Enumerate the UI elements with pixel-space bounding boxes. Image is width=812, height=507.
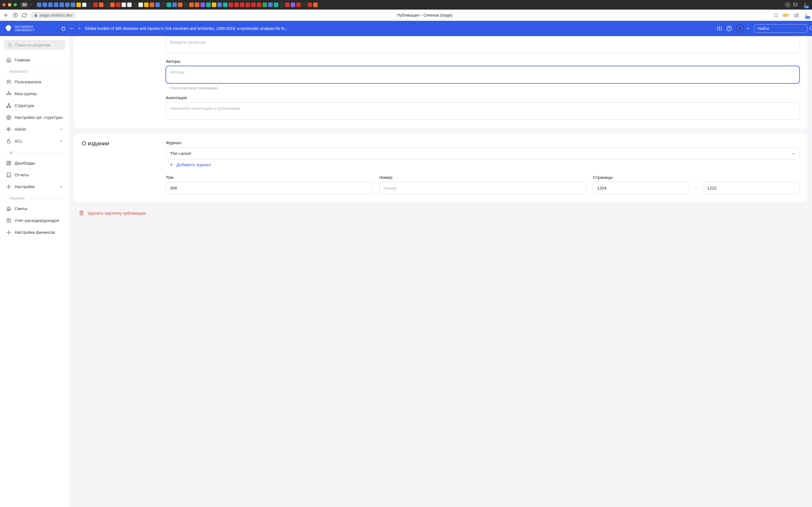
lock-icon: [6, 138, 11, 144]
more-icon[interactable]: [69, 26, 74, 31]
pages-from-input[interactable]: [593, 182, 690, 194]
tab-favicon[interactable]: [121, 3, 126, 7]
sidebar-item-admin[interactable]: Admin: [4, 124, 65, 135]
tab-favicon[interactable]: [206, 3, 211, 7]
back-button[interactable]: [3, 12, 9, 18]
sidebar-item-estimates[interactable]: Сметы: [4, 203, 65, 214]
tab-favicon[interactable]: [257, 3, 261, 7]
annotation-input[interactable]: [166, 102, 800, 120]
tab-favicon[interactable]: [167, 3, 171, 7]
help-icon[interactable]: [726, 25, 732, 31]
sidebar-item-acl[interactable]: ACL: [4, 136, 65, 147]
bookmark-icon[interactable]: [774, 13, 778, 17]
tab-favicon[interactable]: [200, 3, 205, 7]
settings-icon[interactable]: [717, 25, 722, 31]
pages-to-input[interactable]: [703, 182, 800, 194]
tab-favicon[interactable]: [93, 3, 98, 7]
tab-favicon[interactable]: [54, 3, 58, 7]
authors-input[interactable]: [166, 66, 800, 83]
breadcrumb-title[interactable]: Global burden of 369 diseases and injuri…: [85, 26, 713, 31]
tab-favicon[interactable]: [229, 3, 233, 7]
tab-favicon[interactable]: [77, 3, 81, 7]
tab-favicon[interactable]: [133, 3, 137, 7]
minimize-window-button[interactable]: [8, 3, 11, 6]
tab-favicon[interactable]: [127, 3, 132, 7]
tab-favicon[interactable]: [308, 3, 312, 7]
sidebar-item-org-settings[interactable]: Настройки орг. структуры: [4, 112, 65, 123]
sidebar-item-home[interactable]: Главная: [4, 55, 65, 65]
issue-input[interactable]: [379, 182, 586, 194]
add-journal-button[interactable]: Добавить журнал: [166, 159, 214, 170]
url-field[interactable]: stage.smartics.dev: [31, 12, 76, 18]
tab-favicon[interactable]: [139, 3, 143, 7]
sidebar-item-reports[interactable]: Отчеты: [4, 170, 65, 180]
tab-favicon[interactable]: [184, 3, 188, 7]
new-tab-button[interactable]: +: [784, 1, 791, 8]
tab-favicon[interactable]: [178, 3, 183, 7]
tab-favicon[interactable]: [65, 3, 70, 7]
tab-favicon[interactable]: [37, 3, 42, 7]
tab-favicon[interactable]: [172, 3, 177, 7]
sidebar-item-fin-settings[interactable]: Настройки финансов: [4, 227, 65, 238]
sidebar-item-structure[interactable]: Структура: [4, 100, 65, 111]
sidebar-item-users[interactable]: Пользователи: [4, 76, 65, 87]
chevron-down-icon[interactable]: [30, 3, 33, 6]
sidebar-item-groups[interactable]: Мои группы: [4, 89, 65, 99]
search-input[interactable]: [758, 26, 807, 31]
tab-favicon[interactable]: [280, 3, 284, 7]
tab-count-badge[interactable]: 50: [21, 2, 28, 7]
maximize-window-button[interactable]: [13, 3, 17, 6]
tab-favicon[interactable]: [212, 3, 216, 7]
tab-favicon[interactable]: [291, 3, 295, 7]
delete-publication-button[interactable]: Удалить карточку публикации: [74, 207, 151, 219]
tab-favicon[interactable]: [262, 3, 267, 7]
tab-favicon[interactable]: [99, 3, 103, 7]
journal-select[interactable]: The Lancet: [166, 147, 800, 159]
sidebar-item-dashboards[interactable]: Дашборды: [4, 158, 65, 168]
tab-favicon[interactable]: [246, 3, 250, 7]
tab-favicon[interactable]: [240, 3, 245, 7]
tab-favicon[interactable]: [116, 3, 120, 7]
tab-favicon[interactable]: [285, 3, 290, 7]
tab-favicon[interactable]: [161, 3, 165, 7]
tab-favicon[interactable]: [268, 3, 273, 7]
tab-favicon[interactable]: [189, 3, 194, 7]
extensions-icon[interactable]: [794, 13, 799, 18]
close-window-button[interactable]: [2, 3, 6, 6]
header-search[interactable]: [754, 24, 808, 33]
downloads-icon[interactable]: 10: [802, 2, 808, 7]
user-menu[interactable]: [736, 24, 750, 33]
tab-favicon[interactable]: [223, 3, 227, 7]
app-logo[interactable]: Sechenov University: [4, 24, 35, 33]
reload-button[interactable]: [21, 12, 27, 18]
tab-favicon[interactable]: [313, 3, 318, 7]
tab-favicon[interactable]: [110, 3, 115, 7]
tab-favicon[interactable]: [43, 3, 47, 7]
bookmarks-icon[interactable]: [793, 2, 798, 7]
tab-favicon[interactable]: [302, 3, 306, 7]
tab-favicon[interactable]: [105, 3, 109, 7]
chevron-right-icon[interactable]: [78, 26, 82, 31]
tab-favicon[interactable]: [195, 3, 199, 7]
title-input[interactable]: [166, 36, 800, 53]
tab-favicon[interactable]: [48, 3, 53, 7]
tab-favicon[interactable]: [82, 3, 87, 7]
tab-favicon[interactable]: [88, 3, 92, 7]
downloads-button[interactable]: 10: [804, 13, 809, 18]
pin-icon[interactable]: [61, 26, 66, 31]
tab-favicon[interactable]: [251, 3, 256, 7]
tab-favicon[interactable]: [217, 3, 222, 7]
tab-favicon[interactable]: [274, 3, 278, 7]
sidebar-search[interactable]: Поиск по разделам: [4, 40, 65, 50]
sidebar-item-settings[interactable]: Настройки: [4, 181, 65, 192]
tab-favicon[interactable]: [59, 3, 64, 7]
tab-favicon[interactable]: [296, 3, 301, 7]
tab-favicon[interactable]: [150, 3, 154, 7]
tab-favicon[interactable]: [155, 3, 160, 7]
sidebar-item-accounting[interactable]: Учёт расходов/доходов: [4, 215, 65, 226]
tab-favicon[interactable]: [71, 3, 75, 7]
yandex-icon[interactable]: [12, 12, 18, 18]
tab-favicon[interactable]: [144, 3, 149, 7]
tab-favicon[interactable]: [234, 3, 239, 7]
volume-input[interactable]: [166, 182, 372, 194]
